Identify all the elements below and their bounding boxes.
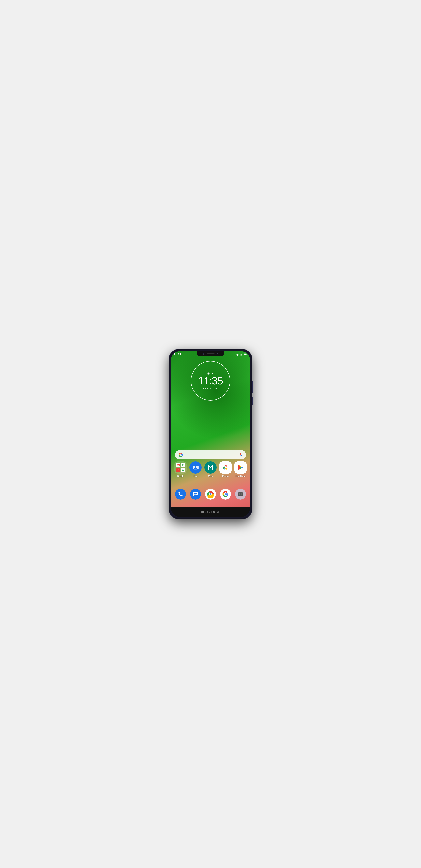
messages-svg xyxy=(193,491,198,497)
signal-icon xyxy=(240,353,243,356)
mic-svg xyxy=(238,453,243,457)
camera-svg xyxy=(238,491,243,497)
dock-chrome-app[interactable] xyxy=(205,489,216,500)
svg-marker-19 xyxy=(178,469,179,470)
google-folder-icon xyxy=(174,461,187,473)
photos-svg xyxy=(222,464,229,471)
playstore-app[interactable]: Play Store xyxy=(234,461,247,477)
maps-mini-icon xyxy=(181,463,185,467)
moto-label: Moto xyxy=(208,475,213,477)
svg-point-8 xyxy=(208,373,209,374)
proximity-sensor xyxy=(217,353,218,354)
dock-messages-icon xyxy=(190,489,201,500)
sun-icon xyxy=(207,372,210,375)
clock-widget: 73° 11:35 APR 3 TUE xyxy=(191,361,230,401)
drive-mini-icon xyxy=(181,468,185,472)
maps-svg xyxy=(182,464,184,466)
playstore-label: Play Store xyxy=(235,475,246,477)
phone-device: 11:35 xyxy=(169,349,252,519)
svg-point-26 xyxy=(209,493,212,495)
google-search-bar[interactable] xyxy=(175,450,246,459)
status-icons xyxy=(236,353,247,356)
home-indicator[interactable] xyxy=(201,503,220,504)
svg-rect-1 xyxy=(240,354,240,355)
battery-icon xyxy=(244,353,247,355)
phone-screen: 11:35 xyxy=(171,351,250,507)
svg-point-18 xyxy=(183,464,183,465)
svg-point-27 xyxy=(240,493,241,495)
duo-app[interactable]: Duo xyxy=(189,461,202,477)
youtube-mini-icon xyxy=(176,468,180,472)
phone-notch xyxy=(197,351,224,356)
svg-marker-21 xyxy=(198,466,199,469)
google-search-svg xyxy=(222,491,229,497)
clock-date: APR 3 TUE xyxy=(203,387,218,390)
duo-icon xyxy=(189,461,202,473)
svg-rect-7 xyxy=(244,354,247,355)
photos-icon xyxy=(219,461,232,473)
moto-icon xyxy=(204,461,217,473)
svg-rect-3 xyxy=(241,354,242,355)
google-folder-app[interactable]: Google xyxy=(174,461,187,477)
dock-messages-app[interactable] xyxy=(190,489,201,500)
dock-camera-app[interactable] xyxy=(235,489,246,500)
dock-google-icon xyxy=(220,489,231,500)
photos-label: Photos xyxy=(222,475,229,477)
gmail-svg xyxy=(177,464,180,466)
phone-call-svg xyxy=(178,491,183,497)
dock-phone-icon xyxy=(175,489,186,500)
dock-phone-app[interactable] xyxy=(175,489,186,500)
dock-google-app[interactable] xyxy=(220,489,231,500)
bottom-dock xyxy=(173,489,248,500)
svg-rect-6 xyxy=(247,354,247,354)
microphone-icon[interactable] xyxy=(238,453,243,457)
phone-inner: 11:35 xyxy=(171,351,250,517)
google-logo-icon xyxy=(179,453,183,457)
svg-rect-4 xyxy=(242,353,242,355)
chrome-svg xyxy=(207,490,214,498)
wifi-icon xyxy=(236,353,239,356)
google-folder-label: Google xyxy=(177,475,184,477)
weather-display: 73° xyxy=(207,372,214,375)
youtube-svg xyxy=(177,469,180,471)
svg-point-0 xyxy=(237,355,238,355)
drive-svg xyxy=(182,469,184,471)
playstore-svg xyxy=(236,464,245,471)
dock-camera-icon xyxy=(235,489,246,500)
photos-app[interactable]: Photos xyxy=(219,461,232,477)
clock-time: 11:35 xyxy=(198,376,223,386)
temperature: 73° xyxy=(210,372,214,375)
svg-point-23 xyxy=(225,466,226,468)
status-time: 11:35 xyxy=(174,353,181,356)
front-camera xyxy=(203,353,204,354)
svg-rect-2 xyxy=(241,354,241,355)
gmail-mini-icon xyxy=(176,463,180,467)
app-row: Google Duo xyxy=(173,461,248,477)
duo-label: Duo xyxy=(194,475,197,477)
moto-svg xyxy=(207,464,214,471)
dock-chrome-icon xyxy=(205,489,216,500)
google-g-logo xyxy=(178,452,184,458)
motorola-logo-text: motorola xyxy=(201,510,220,514)
earpiece-speaker xyxy=(207,353,215,354)
playstore-icon xyxy=(234,461,247,473)
duo-svg xyxy=(192,464,199,471)
moto-app[interactable]: Moto xyxy=(204,461,217,477)
motorola-brand-bar: motorola xyxy=(171,507,250,517)
